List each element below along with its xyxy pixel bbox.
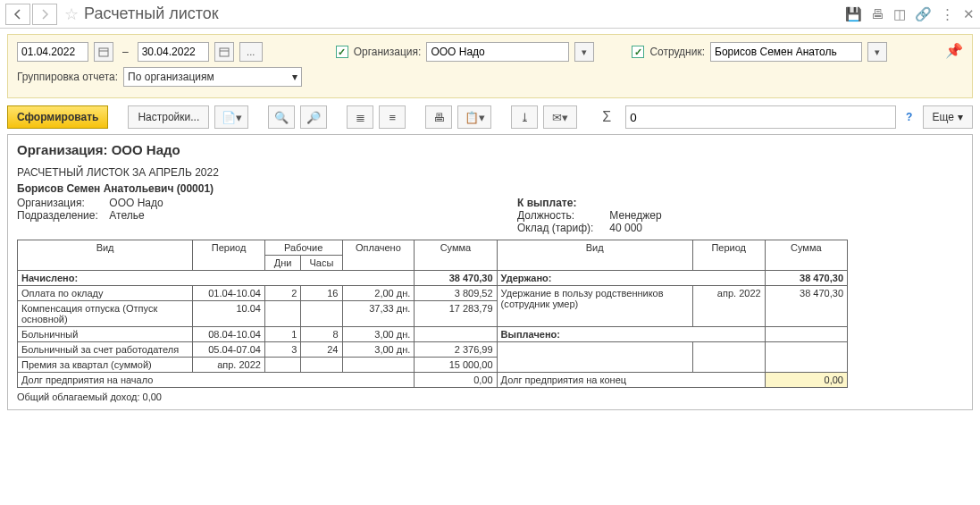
- debt-end-label: Долг предприятия на конец: [497, 373, 765, 388]
- info-dep-value: Ателье: [109, 209, 144, 222]
- pin-icon[interactable]: 📌: [945, 42, 963, 59]
- report-area: Организация: ООО Надо РАСЧЕТНЫЙ ЛИСТОК З…: [7, 134, 973, 410]
- date-from-input[interactable]: [17, 42, 88, 62]
- th-hours: Часы: [301, 256, 342, 271]
- filter-row-group: Группировка отчета: По организациям ▾: [17, 67, 963, 87]
- save-as-button[interactable]: 📋▾: [457, 105, 491, 129]
- info-pos-label: Должность:: [517, 209, 607, 222]
- th-period2: Период: [692, 240, 765, 271]
- title-actions: 💾 🖶 ◫ 🔗 ⋮ ✕: [845, 6, 975, 22]
- arrow-left-icon: [13, 9, 23, 20]
- sigma-icon: Σ: [593, 105, 620, 129]
- date-to-input[interactable]: [138, 42, 209, 62]
- calendar-icon: [98, 46, 109, 57]
- debt-start-value: 0,00: [415, 373, 497, 388]
- toolbar: Сформировать Настройки... 📄▾ 🔍 🔎 ≣ ≡ 🖶 📋…: [0, 98, 980, 134]
- report-caption: РАСЧЕТНЫЙ ЛИСТОК ЗА АПРЕЛЬ 2022: [17, 166, 963, 179]
- settings-button[interactable]: Настройки...: [128, 105, 209, 129]
- print-button[interactable]: 🖶: [425, 105, 452, 129]
- th-period: Период: [193, 240, 265, 271]
- titlebar: ☆ Расчетный листок 💾 🖶 ◫ 🔗 ⋮ ✕: [0, 0, 980, 29]
- chevron-down-icon: ▾: [958, 111, 963, 123]
- info-org-value: ООО Надо: [109, 197, 163, 209]
- more-button[interactable]: Еще▾: [923, 105, 973, 129]
- generate-button[interactable]: Сформировать: [7, 105, 108, 129]
- th-vid2: Вид: [497, 240, 692, 271]
- emp-dropdown-button[interactable]: ▾: [867, 42, 887, 62]
- period-select-button[interactable]: ...: [239, 42, 263, 62]
- calendar-from-button[interactable]: [94, 42, 113, 62]
- debt-row: Долг предприятия на начало 0,00 Долг пре…: [18, 373, 848, 388]
- accrued-label: Начислено:: [18, 271, 415, 286]
- report-employee: Борисов Семен Анатольевич (00001): [17, 182, 963, 195]
- th-sum: Сумма: [415, 240, 497, 271]
- link-icon[interactable]: 🔗: [915, 6, 932, 22]
- save-icon[interactable]: 💾: [845, 6, 862, 22]
- table-row: Оплата по окладу 01.04-10.04 2 16 2,00 д…: [18, 286, 848, 301]
- kebab-icon[interactable]: ⋮: [941, 6, 954, 22]
- group-select-value: По организациям: [128, 71, 214, 83]
- th-vid: Вид: [18, 240, 193, 271]
- help-icon[interactable]: ?: [901, 111, 917, 123]
- svg-rect-2: [220, 48, 229, 56]
- expand-button[interactable]: ≣: [347, 105, 373, 129]
- print-icon[interactable]: 🖶: [871, 6, 884, 21]
- nav-back-button[interactable]: [5, 4, 30, 25]
- org-input[interactable]: [426, 42, 569, 62]
- org-dropdown-button[interactable]: ▾: [574, 42, 594, 62]
- new-window-icon[interactable]: ◫: [893, 6, 906, 22]
- filter-row-main: – ... ✓ Организация: ▾ ✓ Сотрудник: ▾: [17, 42, 963, 62]
- withheld-total: 38 470,30: [765, 271, 847, 286]
- debt-end-value: 0,00: [765, 373, 847, 388]
- export-button[interactable]: ⤓: [511, 105, 538, 129]
- info-rate-label: Оклад (тариф):: [517, 222, 607, 234]
- paid-label: Выплачено:: [497, 327, 765, 342]
- chevron-down-icon: ▾: [292, 71, 297, 83]
- info-rate-value: 40 000: [609, 222, 642, 234]
- favorite-icon[interactable]: ☆: [64, 4, 79, 24]
- arrow-right-icon: [39, 9, 50, 20]
- emp-label: Сотрудник:: [649, 46, 705, 58]
- taxable-income-line: Общий облагаемый доход: 0,00: [17, 391, 963, 402]
- svg-rect-0: [99, 48, 108, 56]
- mail-button[interactable]: ✉▾: [543, 105, 577, 129]
- th-sum2: Сумма: [765, 240, 847, 271]
- th-work: Рабочие: [264, 240, 342, 256]
- calendar-icon: [219, 46, 230, 57]
- calendar-to-button[interactable]: [214, 42, 234, 62]
- nav-forward-button[interactable]: [32, 4, 57, 25]
- withheld-label: Удержано:: [497, 271, 765, 286]
- collapse-button[interactable]: ≡: [379, 105, 406, 129]
- sum-input[interactable]: [625, 105, 895, 129]
- org-label: Организация:: [354, 46, 422, 58]
- page-title: Расчетный листок: [84, 4, 845, 23]
- table-row: Больничный 08.04-10.04 1 8 3,00 дн. Выпл…: [18, 327, 848, 342]
- info-pos-value: Менеджер: [609, 209, 661, 222]
- close-icon[interactable]: ✕: [963, 6, 975, 22]
- emp-checkbox[interactable]: ✓: [632, 46, 644, 58]
- group-label: Группировка отчета:: [17, 71, 118, 83]
- org-checkbox[interactable]: ✓: [336, 46, 348, 58]
- accrued-total: 38 470,30: [415, 271, 497, 286]
- th-paid: Оплачено: [342, 240, 415, 271]
- filter-panel: 📌 – ... ✓ Организация: ▾ ✓ Сотрудник: ▾ …: [7, 34, 973, 98]
- group-select[interactable]: По организациям ▾: [123, 67, 302, 87]
- date-dash: –: [119, 46, 132, 58]
- table-row: Больничный за счет работодателя 05.04-07…: [18, 342, 848, 358]
- find-button[interactable]: 🔍: [268, 105, 295, 129]
- info-dep-label: Подразделение:: [17, 209, 106, 222]
- payroll-table: Вид Период Рабочие Оплачено Сумма Вид Пе…: [17, 240, 848, 388]
- variants-button[interactable]: 📄▾: [214, 105, 248, 129]
- th-days: Дни: [264, 256, 300, 271]
- emp-input[interactable]: [710, 42, 862, 62]
- debt-start-label: Долг предприятия на начало: [18, 373, 415, 388]
- info-pay-label: К выплате:: [517, 197, 662, 209]
- find-clear-button[interactable]: 🔎: [300, 105, 327, 129]
- info-org-label: Организация:: [17, 197, 106, 209]
- report-org-title: Организация: ООО Надо: [17, 142, 963, 157]
- info-block: Организация: ООО Надо Подразделение: Ате…: [17, 197, 963, 234]
